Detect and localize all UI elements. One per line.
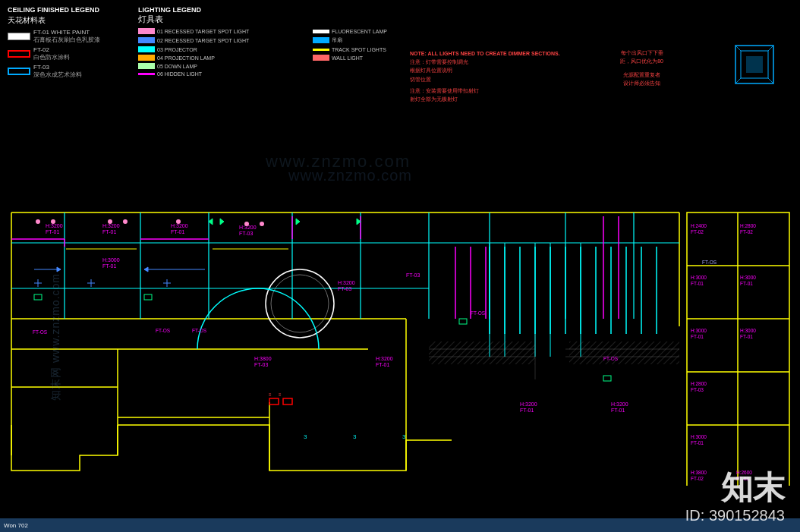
- svg-rect-135: [269, 398, 279, 405]
- swatch-ft02: [8, 50, 30, 58]
- svg-text:H:2800: H:2800: [740, 223, 756, 228]
- svg-text:FT-OS: FT-OS: [33, 329, 48, 335]
- light-sym-06: [138, 73, 155, 75]
- svg-text:FT-OS: FT-OS: [603, 356, 619, 361]
- light-label-06: 06 HIDDEN LIGHT: [157, 71, 202, 77]
- svg-text:FT-01: FT-01: [691, 281, 704, 286]
- svg-text:3: 3: [304, 433, 307, 440]
- svg-point-98: [51, 219, 55, 224]
- svg-text:H:3200: H:3200: [520, 401, 537, 407]
- svg-point-55: [266, 269, 334, 338]
- light-label-04: 04 PROJECTION LAMP: [157, 55, 215, 61]
- main-container: 知末网 www.znzmo.com www.znzmo.com CEILING …: [0, 0, 800, 532]
- note-cn1: 注意：灯带需要控制调光: [410, 58, 560, 66]
- note-title: NOTE: ALL LIGHTS NEED TO CREATE DIMMER S…: [410, 49, 560, 58]
- svg-marker-122: [296, 219, 300, 225]
- svg-text:H:3000: H:3000: [691, 275, 707, 280]
- svg-text:FT-03: FT-03: [406, 272, 420, 278]
- svg-rect-134: [603, 376, 611, 381]
- status-text: Won 702: [4, 522, 28, 529]
- light-label-fluo: FLUORESCENT LAMP: [332, 29, 387, 34]
- svg-text:H:3200: H:3200: [46, 223, 63, 228]
- svg-text:FT-01: FT-01: [46, 229, 59, 235]
- light-row-01: 01 RECESSED TARGET SPOT LIGHT: [138, 28, 305, 34]
- svg-rect-133: [459, 319, 467, 324]
- svg-rect-136: [283, 398, 292, 405]
- light-row-06: 06 HIDDEN LIGHT: [138, 71, 305, 77]
- svg-text:H:3000: H:3000: [740, 275, 756, 280]
- note-cn3: 切管位置: [410, 75, 560, 83]
- svg-text:FT-02: FT-02: [691, 476, 704, 481]
- light-sym-fan: [313, 37, 329, 43]
- legend-item-ft03: FT-03 深色水成艺术涂料: [8, 64, 100, 79]
- ceiling-legend-title-en: CEILING FINISHED LEGEND: [8, 6, 100, 14]
- svg-rect-2: [746, 56, 763, 73]
- legend-area: CEILING FINISHED LEGEND 天花材料表 FT-01 WHIT…: [8, 6, 465, 81]
- svg-text:FT-03: FT-03: [239, 231, 253, 236]
- svg-point-100: [123, 219, 128, 224]
- svg-text:FT-01: FT-01: [376, 362, 389, 367]
- svg-line-6: [768, 78, 773, 83]
- svg-text:FT-01: FT-01: [691, 440, 704, 445]
- svg-text:FT-OS: FT-OS: [156, 328, 171, 333]
- lighting-legend-title-en: LIGHTING LEGEND: [138, 6, 465, 14]
- light-sym-wall: [313, 55, 329, 61]
- svg-text:FT-01: FT-01: [520, 408, 534, 413]
- note-area: NOTE: ALL LIGHTS NEED TO CREATE DIMMER S…: [410, 49, 560, 103]
- svg-text:FT-03: FT-03: [691, 387, 704, 392]
- light-label-02: 02 RECESSED TARGET SPOT LIGHT: [157, 38, 249, 43]
- svg-point-97: [36, 219, 40, 224]
- light-sym-03: [138, 46, 155, 52]
- svg-text:H:3000: H:3000: [691, 434, 707, 439]
- lighting-legend-title-cn: 灯具表: [138, 14, 465, 25]
- svg-text:≡: ≡: [269, 392, 272, 397]
- svg-text:FT-01: FT-01: [102, 263, 116, 269]
- light-label-fan: 吊扇: [332, 36, 342, 44]
- svg-text:H:3800: H:3800: [254, 356, 272, 361]
- light-row-03: 03 PROJECTOR: [138, 46, 305, 52]
- svg-text:H:3000: H:3000: [102, 257, 120, 263]
- svg-marker-143: [57, 267, 61, 272]
- floor-plan-svg: H:3200 FT-01 H:3200 FT-01 H:3000 FT-01 H…: [4, 167, 796, 486]
- svg-point-56: [271, 275, 329, 332]
- svg-line-3: [735, 46, 741, 51]
- svg-text:FT-01: FT-01: [102, 229, 116, 235]
- left-watermark: 知末网 www.znzmo.com: [49, 273, 63, 401]
- light-row-fluo: FLUORESCENT LAMP: [313, 28, 465, 34]
- svg-rect-54: [569, 342, 679, 364]
- svg-text:FT-03: FT-03: [254, 362, 268, 367]
- svg-text:H:3000: H:3000: [691, 328, 707, 333]
- svg-marker-121: [209, 219, 213, 225]
- svg-marker-120: [220, 219, 224, 225]
- svg-line-5: [735, 78, 741, 83]
- svg-point-101: [176, 219, 181, 224]
- svg-text:H:2400: H:2400: [691, 223, 707, 228]
- svg-text:H:3200: H:3200: [376, 356, 393, 361]
- svg-text:FT-02: FT-02: [740, 229, 753, 235]
- svg-text:FT-01: FT-01: [740, 334, 753, 339]
- svg-rect-53: [429, 342, 535, 364]
- right-note-cn1: 每个出风口下下垂: [620, 49, 663, 58]
- legend-label-ft02-cn: 白色防水涂料: [33, 53, 70, 61]
- svg-text:H:3000: H:3000: [740, 328, 756, 333]
- ceiling-legend-title-cn: 天花材料表: [8, 15, 100, 26]
- right-note-cn2: 距，风口优化为80: [620, 58, 663, 66]
- legend-label-ft03-cn: 深色水成艺术涂料: [33, 71, 82, 79]
- light-row-05: 05 DOWN LAMP: [138, 63, 305, 69]
- brand-name: 知末: [721, 467, 785, 509]
- light-sym-fluo: [313, 30, 329, 33]
- light-row-02: 02 RECESSED TARGET SPOT LIGHT: [138, 36, 305, 44]
- svg-text:H:3200: H:3200: [338, 280, 355, 285]
- svg-text:FT-02: FT-02: [691, 229, 704, 235]
- light-label-03: 03 PROJECTOR: [157, 47, 197, 52]
- legend-label-ft03: FT-03: [33, 64, 82, 71]
- light-row-04: 04 PROJECTION LAMP: [138, 55, 305, 61]
- svg-text:H:3800: H:3800: [691, 470, 707, 475]
- light-sym-01: [138, 28, 155, 34]
- svg-rect-131: [34, 294, 42, 300]
- right-note-cn3: 光源配置重复者: [620, 71, 663, 80]
- svg-text:FT-01: FT-01: [171, 229, 184, 235]
- legend-label-ft02: FT-02: [33, 46, 70, 53]
- svg-point-102: [244, 222, 249, 226]
- ceiling-legend: CEILING FINISHED LEGEND 天花材料表 FT-01 WHIT…: [8, 6, 100, 81]
